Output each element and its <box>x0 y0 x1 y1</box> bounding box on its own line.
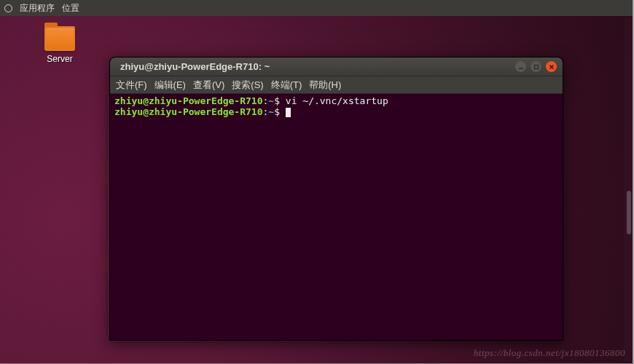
prompt-user: zhiyu <box>114 106 143 117</box>
svg-rect-1 <box>534 65 538 68</box>
watermark-text: https://blog.csdn.net/jx18080136800 <box>474 347 625 359</box>
desktop-folder-server[interactable]: Server <box>38 26 82 64</box>
menu-edit[interactable]: 编辑(E) <box>154 79 186 92</box>
terminal-body[interactable]: zhiyu@zhiyu-PowerEdge-R710:~$ vi ~/.vnc/… <box>110 94 563 340</box>
window-titlebar[interactable]: zhiyu@zhiyu-PowerEdge-R710: ~ <box>110 58 563 76</box>
prompt-host: zhiyu-PowerEdge-R710 <box>149 95 263 106</box>
terminal-cursor <box>286 108 291 117</box>
close-button[interactable] <box>546 61 557 72</box>
prompt-at: @ <box>143 106 149 117</box>
prompt-at: @ <box>143 95 149 106</box>
prompt-sigil: $ <box>274 95 286 106</box>
page-scrollbar-thumb[interactable] <box>627 191 631 234</box>
menu-file[interactable]: 文件(F) <box>116 79 147 92</box>
menu-view[interactable]: 查看(V) <box>193 79 224 92</box>
folder-icon <box>44 26 75 51</box>
page-scrollbar-track[interactable] <box>624 17 633 362</box>
prompt-path: ~ <box>268 106 274 117</box>
top-panel[interactable]: 应用程序 位置 <box>0 0 633 16</box>
prompt-path: ~ <box>268 95 274 106</box>
desktop-screen: 应用程序 位置 Server zhiyu@zhiyu-PowerEdge-R71… <box>0 0 634 364</box>
prompt-user: zhiyu <box>114 95 143 106</box>
menu-help[interactable]: 帮助(H) <box>309 79 341 92</box>
desktop-folder-label: Server <box>47 54 72 64</box>
terminal-menubar[interactable]: 文件(F) 编辑(E) 查看(V) 搜索(S) 终端(T) 帮助(H) <box>110 76 563 94</box>
window-title: zhiyu@zhiyu-PowerEdge-R710: ~ <box>120 61 515 72</box>
window-controls <box>515 61 557 72</box>
menu-search[interactable]: 搜索(S) <box>232 79 263 92</box>
prompt-host: zhiyu-PowerEdge-R710 <box>149 106 263 117</box>
dash-icon[interactable] <box>4 4 12 12</box>
panel-menu-applications[interactable]: 应用程序 <box>20 2 55 15</box>
maximize-button[interactable] <box>531 61 541 72</box>
panel-menu-places[interactable]: 位置 <box>62 2 79 15</box>
menu-terminal[interactable]: 终端(T) <box>271 79 302 92</box>
terminal-line: zhiyu@zhiyu-PowerEdge-R710:~$ vi ~/.vnc/… <box>114 95 558 106</box>
prompt-sigil: $ <box>274 106 286 117</box>
terminal-window[interactable]: zhiyu@zhiyu-PowerEdge-R710: ~ 文件(F) 编辑(E… <box>109 57 563 341</box>
minimize-button[interactable] <box>515 61 526 72</box>
terminal-line: zhiyu@zhiyu-PowerEdge-R710:~$ <box>114 106 558 117</box>
terminal-command: vi ~/.vnc/xstartup <box>286 95 388 106</box>
